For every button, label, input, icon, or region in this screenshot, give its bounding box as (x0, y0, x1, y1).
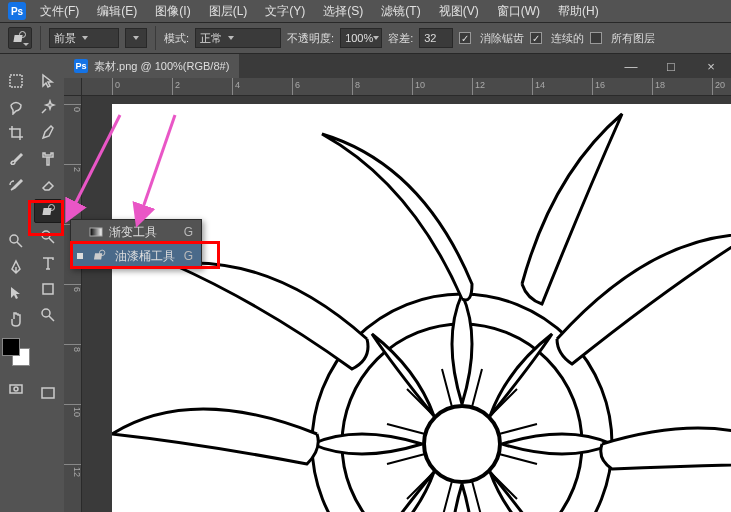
menu-type[interactable]: 文字(Y) (257, 1, 313, 22)
svg-point-1 (10, 235, 18, 243)
menu-layer[interactable]: 图层(L) (201, 1, 256, 22)
menu-window[interactable]: 窗口(W) (489, 1, 548, 22)
gradient-icon (89, 225, 103, 239)
svg-point-4 (42, 231, 50, 239)
tool-zoom[interactable] (34, 303, 62, 327)
svg-point-6 (42, 309, 50, 317)
menu-select[interactable]: 选择(S) (315, 1, 371, 22)
menu-help[interactable]: 帮助(H) (550, 1, 607, 22)
tab-title: 素材.png @ 100%(RGB/8#) (94, 59, 229, 74)
svg-rect-5 (43, 284, 53, 294)
canvas[interactable] (82, 96, 731, 512)
selected-dot-icon (77, 253, 83, 259)
flyout-bucket-tool[interactable]: 油漆桶工具G (71, 244, 201, 268)
antialias-label: 消除锯齿 (480, 31, 524, 46)
all-layers-label: 所有图层 (611, 31, 655, 46)
tool-pen[interactable] (2, 255, 30, 279)
tool-marquee[interactable] (2, 69, 30, 93)
tool-dodge[interactable] (2, 229, 30, 253)
options-bar: 前景 模式: 正常 不透明度: 100% 容差: 32 消除锯齿 连续的 所有图… (0, 22, 731, 54)
svg-rect-0 (10, 75, 22, 87)
flower-artwork (112, 104, 731, 512)
svg-rect-11 (90, 228, 102, 236)
menu-file[interactable]: 文件(F) (32, 1, 87, 22)
tool-clone[interactable] (34, 147, 62, 171)
opacity-field[interactable]: 100% (340, 28, 382, 48)
window-controls: — □ × (611, 54, 731, 78)
ruler-horizontal[interactable]: 02468101214161820 (82, 78, 731, 96)
ps-icon: Ps (74, 59, 88, 73)
bucket-icon (12, 31, 26, 45)
tool-path-select[interactable] (2, 281, 30, 305)
contiguous-checkbox[interactable] (530, 32, 542, 44)
color-swatch[interactable] (2, 338, 30, 366)
artwork (112, 104, 731, 512)
tolerance-field[interactable]: 32 (419, 28, 453, 48)
tool-eyedropper[interactable] (34, 121, 62, 145)
tool-shape[interactable] (34, 277, 62, 301)
document-tab[interactable]: Ps 素材.png @ 100%(RGB/8#) (64, 54, 239, 78)
ruler-corner (64, 78, 82, 96)
svg-rect-2 (10, 385, 22, 393)
tool-crop[interactable] (2, 121, 30, 145)
tool-type[interactable] (34, 251, 62, 275)
mode-label: 模式: (164, 31, 189, 46)
blend-mode-dropdown[interactable]: 正常 (195, 28, 281, 48)
menu-image[interactable]: 图像(I) (147, 1, 198, 22)
tab-bar: Ps 素材.png @ 100%(RGB/8#) — □ × (64, 54, 731, 78)
tool-lasso[interactable] (2, 95, 30, 119)
tool-bucket[interactable] (34, 199, 62, 223)
menu-edit[interactable]: 编辑(E) (89, 1, 145, 22)
tool-flyout: 渐变工具G 油漆桶工具G (70, 219, 202, 269)
window-maximize[interactable]: □ (651, 54, 691, 78)
antialias-checkbox[interactable] (459, 32, 471, 44)
separator (155, 26, 156, 50)
tool-hand[interactable] (2, 307, 30, 331)
quickmask-toggle[interactable] (2, 381, 30, 397)
screenmode-toggle[interactable] (34, 385, 62, 401)
document-area: Ps 素材.png @ 100%(RGB/8#) — □ × 024681012… (64, 54, 731, 512)
window-minimize[interactable]: — (611, 54, 651, 78)
tolerance-label: 容差: (388, 31, 413, 46)
pattern-picker[interactable] (125, 28, 147, 48)
tool-zoom-blur[interactable] (34, 225, 62, 249)
svg-point-3 (14, 387, 18, 391)
separator (40, 26, 41, 50)
menu-bar: Ps 文件(F) 编辑(E) 图像(I) 图层(L) 文字(Y) 选择(S) 滤… (0, 0, 731, 22)
tool-eraser[interactable] (34, 173, 62, 197)
tool-magic-wand[interactable] (34, 95, 62, 119)
flyout-gradient-tool[interactable]: 渐变工具G (71, 220, 201, 244)
window-close[interactable]: × (691, 54, 731, 78)
all-layers-checkbox[interactable] (590, 32, 602, 44)
opacity-label: 不透明度: (287, 31, 334, 46)
app-logo: Ps (8, 2, 26, 20)
fill-source-dropdown[interactable]: 前景 (49, 28, 119, 48)
tool-history-brush[interactable] (2, 173, 30, 197)
tool-brush[interactable] (2, 147, 30, 171)
tool-move[interactable] (34, 69, 62, 93)
contiguous-label: 连续的 (551, 31, 584, 46)
menu-filter[interactable]: 滤镜(T) (373, 1, 428, 22)
svg-rect-7 (42, 388, 54, 398)
svg-point-10 (424, 406, 500, 482)
toolbox (0, 54, 64, 512)
bucket-icon (41, 204, 55, 218)
ruler-vertical[interactable]: 024681012 (64, 96, 82, 512)
current-tool-icon[interactable] (8, 27, 32, 49)
menu-view[interactable]: 视图(V) (431, 1, 487, 22)
bucket-icon (93, 250, 106, 263)
